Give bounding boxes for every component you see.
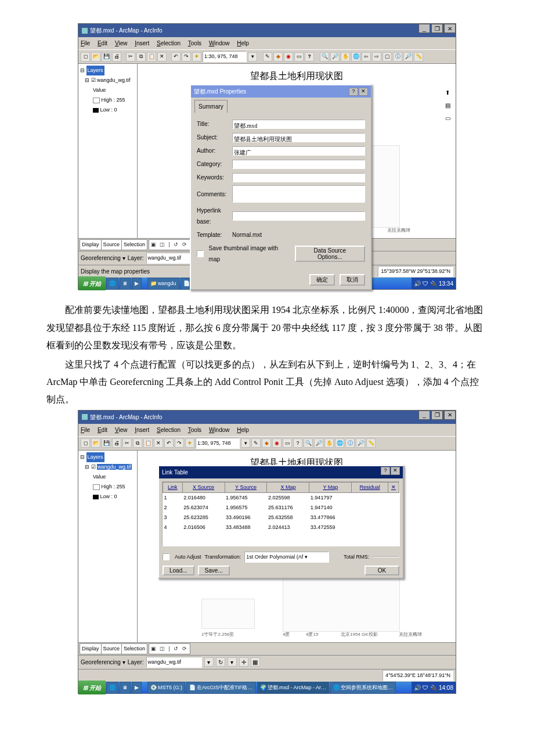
load-button[interactable]: Load... — [163, 566, 194, 575]
tray-icon[interactable]: 🔌 — [430, 682, 437, 693]
quick-media-icon[interactable]: ▶ — [132, 278, 142, 290]
minimize-icon[interactable]: _ — [418, 411, 430, 420]
data-source-options-button[interactable]: Data Source Options... — [295, 246, 365, 262]
field-author[interactable]: 张建广 — [232, 146, 365, 156]
restore-icon[interactable]: ❐ — [431, 411, 443, 420]
scale-combo[interactable]: 1:30, 975, 748 — [203, 51, 247, 62]
map-view[interactable]: 望都县土地利用现状图 ⬆ ▤ ▭ 1寸等于2.256里 4度 4度15 北京19… — [138, 64, 456, 238]
zoom-in-icon[interactable]: 🔍 — [304, 438, 313, 448]
full-extent-icon[interactable]: 🌐 — [351, 52, 360, 62]
add-control-point-icon[interactable]: ✛ — [239, 657, 248, 667]
full-extent-icon[interactable]: 🌐 — [335, 438, 344, 448]
ok-button[interactable]: 确定 — [309, 274, 335, 286]
copy-icon[interactable]: ⧉ — [136, 52, 146, 62]
open-icon[interactable]: 📂 — [91, 52, 100, 62]
find-icon[interactable]: 🔎 — [403, 52, 413, 62]
toc-layer[interactable]: wangdu_wg.tif — [97, 77, 131, 83]
col-xsource[interactable]: X Source — [182, 482, 225, 492]
table-row[interactable]: 42.01650633.4834882.02441333.472559 — [163, 523, 399, 532]
view-mode-buttons[interactable]: ▣ ◫ | ↺ ⟳ — [149, 239, 190, 250]
pan-icon[interactable]: ✋ — [324, 438, 334, 448]
help-icon[interactable]: ? — [305, 52, 314, 62]
zoom-out-icon[interactable]: 🔎 — [330, 52, 340, 62]
quick-ie-icon[interactable]: 🌐 — [106, 682, 118, 694]
menu-edit[interactable]: Edit — [98, 40, 107, 46]
menu-selection[interactable]: Selection — [157, 427, 181, 433]
arctoolbox-icon[interactable]: ◉ — [284, 52, 293, 62]
print-icon[interactable]: 🖨 — [112, 438, 121, 448]
start-button-2[interactable]: ⊞开始 — [78, 681, 106, 694]
help-icon[interactable]: ? — [381, 467, 390, 475]
add-data-icon[interactable]: ✦ — [185, 438, 194, 448]
open-icon[interactable]: 📂 — [91, 438, 100, 448]
auto-adjust-checkbox[interactable] — [163, 553, 169, 560]
undo-icon[interactable]: ↶ — [171, 52, 181, 62]
menu-help[interactable]: Help — [237, 427, 249, 433]
cmd-icon[interactable]: ▭ — [294, 52, 304, 62]
arccatalog-icon[interactable]: ◆ — [262, 438, 271, 448]
paste-icon[interactable]: 📋 — [143, 438, 153, 448]
cmd-icon[interactable]: ▭ — [283, 438, 292, 448]
save-icon[interactable]: 💾 — [102, 438, 111, 448]
tab-summary[interactable]: Summary — [194, 100, 228, 113]
measure-icon[interactable]: 📏 — [366, 438, 376, 448]
delete-icon[interactable]: ✕ — [154, 438, 163, 448]
add-data-icon[interactable]: ✦ — [192, 52, 201, 62]
layer-combo-2[interactable]: wangdu_wg.tif — [146, 657, 202, 668]
identify-icon[interactable]: ⓘ — [345, 438, 355, 448]
field-comments[interactable] — [232, 185, 365, 203]
menu-window[interactable]: Window — [209, 427, 230, 433]
new-icon[interactable]: ◻ — [81, 52, 90, 62]
link-table-grid[interactable]: Link X Source Y Source X Map Y Map Resid… — [162, 481, 400, 546]
field-keywords[interactable] — [232, 173, 365, 182]
col-residual[interactable]: Residual — [352, 482, 388, 492]
table-row[interactable]: 225.6230741.95657525.6311761.947140 — [163, 503, 399, 513]
link-table-titlebar[interactable]: Link Table ?✕ — [159, 466, 403, 478]
help-icon[interactable]: ? — [349, 88, 358, 96]
close-icon[interactable]: ✕ — [391, 467, 400, 475]
tab-source[interactable]: Source — [101, 239, 122, 250]
redo-icon[interactable]: ↷ — [182, 52, 191, 62]
menu-window[interactable]: Window — [209, 40, 230, 46]
minimize-icon[interactable]: _ — [418, 24, 430, 33]
arccatalog-icon[interactable]: ◆ — [273, 52, 283, 62]
menu-file[interactable]: FFileile — [81, 40, 90, 46]
col-link[interactable]: Link — [163, 482, 183, 492]
dropdown-icon[interactable]: ▾ — [248, 52, 257, 62]
col-ymap[interactable]: Y Map — [309, 482, 352, 492]
quick-desktop-icon[interactable]: 🖥 — [120, 682, 131, 694]
scale-combo-2[interactable]: 1:30, 975, 748 — [196, 438, 240, 449]
close-icon[interactable]: ✕ — [444, 411, 456, 420]
col-ysource[interactable]: Y Source — [225, 482, 267, 492]
zoom-out-icon[interactable]: 🔎 — [314, 438, 323, 448]
tab-selection[interactable]: Selection — [121, 239, 147, 250]
tray-icon[interactable]: 🔊 — [414, 682, 421, 693]
quick-media-icon[interactable]: ▶ — [132, 682, 142, 694]
table-of-contents[interactable]: ⊟ Layers ⊟ ☑ wangdu_wg.tif Value High : … — [78, 64, 138, 238]
link-table-icon[interactable]: ▦ — [251, 657, 260, 667]
view-mode-buttons-2[interactable]: ▣ ◫ | ↺ ⟳ — [149, 643, 190, 654]
georef-menu[interactable]: Georeferencing ▾ — [81, 253, 125, 264]
rotate-icon[interactable]: ↻ — [216, 657, 225, 667]
ok-button[interactable]: OK — [365, 566, 399, 575]
tab-display[interactable]: Display — [80, 643, 102, 654]
field-hyperlink[interactable] — [232, 211, 365, 221]
dialog-titlebar[interactable]: 望都.mxd Properties ?✕ — [191, 85, 371, 98]
save-icon[interactable]: 💾 — [102, 52, 111, 62]
tab-display[interactable]: Display — [80, 239, 102, 250]
editor-icon[interactable]: ✎ — [263, 52, 272, 62]
find-icon[interactable]: 🔎 — [356, 438, 365, 448]
field-category[interactable] — [232, 160, 365, 169]
menu-bar-2[interactable]: File Edit View Insert Selection Tools Wi… — [78, 424, 456, 436]
map-view-2[interactable]: 望都县土地利用现状图 1寸等于2.256里 4度 4度15 北京1954 GK投… — [138, 451, 456, 642]
layer-dropdown-icon[interactable]: ▾ — [204, 657, 214, 667]
zoom-in-icon[interactable]: 🔍 — [320, 52, 329, 62]
toc-2[interactable]: ⊟ Layers ⊟ ☑ wangdu_wg.tif Value High : … — [78, 451, 138, 642]
menu-tools[interactable]: Tools — [188, 427, 201, 433]
new-icon[interactable]: ◻ — [81, 438, 90, 448]
menu-bar[interactable]: FFileile Edit View Insert Selection Tool… — [78, 37, 456, 49]
menu-help[interactable]: Help — [237, 40, 249, 46]
dropdown-icon[interactable]: ▾ — [241, 438, 250, 448]
tray-icon[interactable]: 🔌 — [430, 278, 437, 289]
field-subject[interactable]: 望都县土地利用现状图 — [232, 133, 365, 142]
